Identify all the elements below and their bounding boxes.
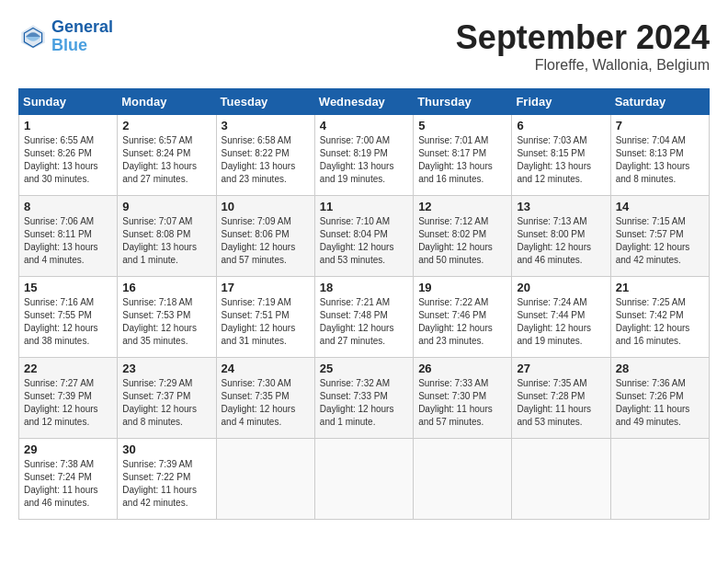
calendar-week-row: 8Sunrise: 7:06 AM Sunset: 8:11 PM Daylig… <box>19 196 710 277</box>
day-info: Sunrise: 7:22 AM Sunset: 7:46 PM Dayligh… <box>418 296 506 348</box>
day-info: Sunrise: 7:16 AM Sunset: 7:55 PM Dayligh… <box>24 296 112 348</box>
calendar-week-row: 29Sunrise: 7:38 AM Sunset: 7:24 PM Dayli… <box>19 439 710 520</box>
day-info: Sunrise: 7:18 AM Sunset: 7:53 PM Dayligh… <box>122 296 210 348</box>
day-info: Sunrise: 7:30 AM Sunset: 7:35 PM Dayligh… <box>222 377 310 429</box>
calendar-cell: 6Sunrise: 7:03 AM Sunset: 8:15 PM Daylig… <box>512 115 610 196</box>
page-header: General Blue September 2024 Floreffe, Wa… <box>18 18 710 74</box>
weekday-header-wednesday: Wednesday <box>314 89 413 115</box>
calendar-cell: 13Sunrise: 7:13 AM Sunset: 8:00 PM Dayli… <box>512 196 610 277</box>
calendar-cell: 23Sunrise: 7:29 AM Sunset: 7:37 PM Dayli… <box>118 358 216 439</box>
calendar-cell: 11Sunrise: 7:10 AM Sunset: 8:04 PM Dayli… <box>314 196 413 277</box>
day-info: Sunrise: 7:06 AM Sunset: 8:11 PM Dayligh… <box>24 215 112 267</box>
day-number: 6 <box>517 119 605 132</box>
day-info: Sunrise: 7:12 AM Sunset: 8:02 PM Dayligh… <box>418 215 506 267</box>
calendar-cell: 3Sunrise: 6:58 AM Sunset: 8:22 PM Daylig… <box>216 115 314 196</box>
day-number: 10 <box>222 200 310 213</box>
calendar-cell: 28Sunrise: 7:36 AM Sunset: 7:26 PM Dayli… <box>610 358 709 439</box>
day-number: 15 <box>24 281 112 294</box>
calendar-cell: 29Sunrise: 7:38 AM Sunset: 7:24 PM Dayli… <box>19 439 118 520</box>
calendar-cell: 19Sunrise: 7:22 AM Sunset: 7:46 PM Dayli… <box>414 277 512 358</box>
day-info: Sunrise: 7:21 AM Sunset: 7:48 PM Dayligh… <box>320 296 408 348</box>
calendar-cell: 24Sunrise: 7:30 AM Sunset: 7:35 PM Dayli… <box>216 358 314 439</box>
day-info: Sunrise: 7:36 AM Sunset: 7:26 PM Dayligh… <box>616 377 704 429</box>
calendar-cell: 26Sunrise: 7:33 AM Sunset: 7:30 PM Dayli… <box>414 358 512 439</box>
day-info: Sunrise: 6:58 AM Sunset: 8:22 PM Dayligh… <box>222 134 310 186</box>
calendar-cell: 5Sunrise: 7:01 AM Sunset: 8:17 PM Daylig… <box>414 115 512 196</box>
day-number: 19 <box>418 281 506 294</box>
day-info: Sunrise: 7:03 AM Sunset: 8:15 PM Dayligh… <box>517 134 605 186</box>
title-block: September 2024 Floreffe, Wallonia, Belgi… <box>456 18 710 74</box>
logo: General Blue <box>18 18 113 55</box>
day-info: Sunrise: 7:07 AM Sunset: 8:08 PM Dayligh… <box>122 215 210 267</box>
day-info: Sunrise: 7:29 AM Sunset: 7:37 PM Dayligh… <box>122 377 210 429</box>
calendar-cell: 16Sunrise: 7:18 AM Sunset: 7:53 PM Dayli… <box>118 277 216 358</box>
day-number: 27 <box>517 362 605 375</box>
calendar-cell: 14Sunrise: 7:15 AM Sunset: 7:57 PM Dayli… <box>610 196 709 277</box>
day-number: 28 <box>616 362 704 375</box>
day-info: Sunrise: 7:38 AM Sunset: 7:24 PM Dayligh… <box>24 458 112 510</box>
day-info: Sunrise: 7:13 AM Sunset: 8:00 PM Dayligh… <box>517 215 605 267</box>
day-number: 30 <box>122 442 210 456</box>
weekday-header-row: SundayMondayTuesdayWednesdayThursdayFrid… <box>19 89 710 115</box>
day-number: 25 <box>320 362 408 375</box>
day-number: 23 <box>122 362 210 375</box>
day-number: 22 <box>24 362 112 375</box>
weekday-header-thursday: Thursday <box>414 89 512 115</box>
day-info: Sunrise: 7:04 AM Sunset: 8:13 PM Dayligh… <box>616 134 704 186</box>
calendar-week-row: 15Sunrise: 7:16 AM Sunset: 7:55 PM Dayli… <box>19 277 710 358</box>
day-info: Sunrise: 7:35 AM Sunset: 7:28 PM Dayligh… <box>517 377 605 429</box>
weekday-header-friday: Friday <box>512 89 610 115</box>
day-info: Sunrise: 7:27 AM Sunset: 7:39 PM Dayligh… <box>24 377 112 429</box>
weekday-header-saturday: Saturday <box>610 89 709 115</box>
calendar-cell <box>610 439 709 520</box>
calendar-cell: 17Sunrise: 7:19 AM Sunset: 7:51 PM Dayli… <box>216 277 314 358</box>
day-number: 2 <box>122 119 210 132</box>
day-info: Sunrise: 6:57 AM Sunset: 8:24 PM Dayligh… <box>122 134 210 186</box>
weekday-header-sunday: Sunday <box>19 89 118 115</box>
calendar-table: SundayMondayTuesdayWednesdayThursdayFrid… <box>18 88 710 520</box>
calendar-cell: 21Sunrise: 7:25 AM Sunset: 7:42 PM Dayli… <box>610 277 709 358</box>
day-number: 11 <box>320 200 408 213</box>
calendar-cell: 2Sunrise: 6:57 AM Sunset: 8:24 PM Daylig… <box>118 115 216 196</box>
day-number: 14 <box>616 200 704 213</box>
calendar-cell: 10Sunrise: 7:09 AM Sunset: 8:06 PM Dayli… <box>216 196 314 277</box>
day-number: 24 <box>222 362 310 375</box>
day-info: Sunrise: 7:39 AM Sunset: 7:22 PM Dayligh… <box>122 458 210 510</box>
day-number: 3 <box>222 119 310 132</box>
calendar-cell: 4Sunrise: 7:00 AM Sunset: 8:19 PM Daylig… <box>314 115 413 196</box>
calendar-cell: 25Sunrise: 7:32 AM Sunset: 7:33 PM Dayli… <box>314 358 413 439</box>
logo-line1: General <box>51 17 113 36</box>
calendar-cell: 15Sunrise: 7:16 AM Sunset: 7:55 PM Dayli… <box>19 277 118 358</box>
logo-line2: Blue <box>51 36 87 54</box>
day-number: 1 <box>24 119 112 132</box>
calendar-cell <box>512 439 610 520</box>
day-info: Sunrise: 7:15 AM Sunset: 7:57 PM Dayligh… <box>616 215 704 267</box>
weekday-header-monday: Monday <box>118 89 216 115</box>
calendar-cell: 12Sunrise: 7:12 AM Sunset: 8:02 PM Dayli… <box>414 196 512 277</box>
day-info: Sunrise: 7:19 AM Sunset: 7:51 PM Dayligh… <box>222 296 310 348</box>
day-number: 20 <box>517 281 605 294</box>
day-info: Sunrise: 7:09 AM Sunset: 8:06 PM Dayligh… <box>222 215 310 267</box>
calendar-cell: 1Sunrise: 6:55 AM Sunset: 8:26 PM Daylig… <box>19 115 118 196</box>
day-number: 13 <box>517 200 605 213</box>
day-number: 29 <box>24 442 112 456</box>
day-number: 12 <box>418 200 506 213</box>
day-info: Sunrise: 6:55 AM Sunset: 8:26 PM Dayligh… <box>24 134 112 186</box>
day-info: Sunrise: 7:32 AM Sunset: 7:33 PM Dayligh… <box>320 377 408 429</box>
calendar-week-row: 22Sunrise: 7:27 AM Sunset: 7:39 PM Dayli… <box>19 358 710 439</box>
calendar-cell: 18Sunrise: 7:21 AM Sunset: 7:48 PM Dayli… <box>314 277 413 358</box>
day-number: 9 <box>122 200 210 213</box>
weekday-header-tuesday: Tuesday <box>216 89 314 115</box>
logo-text: General Blue <box>51 18 113 55</box>
day-number: 5 <box>418 119 506 132</box>
day-number: 16 <box>122 281 210 294</box>
day-number: 17 <box>222 281 310 294</box>
calendar-cell <box>314 439 413 520</box>
location-subtitle: Floreffe, Wallonia, Belgium <box>456 57 710 74</box>
day-number: 7 <box>616 119 704 132</box>
day-info: Sunrise: 7:10 AM Sunset: 8:04 PM Dayligh… <box>320 215 408 267</box>
calendar-cell: 27Sunrise: 7:35 AM Sunset: 7:28 PM Dayli… <box>512 358 610 439</box>
calendar-cell: 30Sunrise: 7:39 AM Sunset: 7:22 PM Dayli… <box>118 439 216 520</box>
month-title: September 2024 <box>456 18 710 57</box>
day-info: Sunrise: 7:00 AM Sunset: 8:19 PM Dayligh… <box>320 134 408 186</box>
